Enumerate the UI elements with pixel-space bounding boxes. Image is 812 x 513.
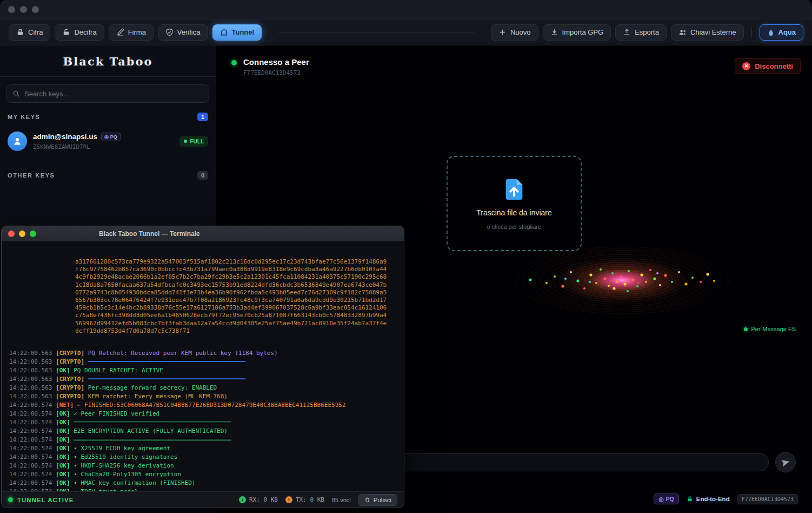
tx-metric: ↑TX: 0 KB bbox=[285, 496, 324, 503]
decrypt-label: Decifra bbox=[74, 28, 96, 36]
terminal-title: Black Taboo Tunnel — Terminale bbox=[99, 230, 200, 238]
decrypt-button[interactable]: Decifra bbox=[55, 24, 104, 41]
sign-label: Firma bbox=[128, 28, 146, 36]
users-icon bbox=[678, 28, 687, 36]
terminal-line: 14:22:00.574 [NET] ← FINISHED:53C06068A4… bbox=[9, 401, 404, 410]
terminal-line: 14:22:00.563 [CRYPTO] PQ Ratchet: Receiv… bbox=[9, 349, 404, 358]
disconnect-label: Disconnetti bbox=[755, 62, 793, 70]
file-dropzone[interactable]: Trascina file da inviare o clicca per sf… bbox=[447, 156, 582, 251]
window-minimize-button[interactable] bbox=[20, 6, 27, 13]
log-lines: 14:22:00.563 [CRYPTO] PQ Ratchet: Receiv… bbox=[9, 349, 404, 491]
search-box[interactable] bbox=[6, 84, 209, 103]
window-close-button[interactable] bbox=[8, 6, 15, 13]
search-icon bbox=[12, 90, 20, 97]
external-keys-button[interactable]: Chiavi Esterne bbox=[671, 24, 744, 41]
disconnect-button[interactable]: ✕ Disconnetti bbox=[735, 58, 801, 74]
active-dot-icon bbox=[8, 497, 13, 502]
terminal-line: 14:22:00.574 [OK] • Ed25519 identity sig… bbox=[9, 453, 404, 462]
terminal-line: 14:22:00.574 [OK] ✓ Peer FINISHED verifi… bbox=[9, 410, 404, 418]
search-input[interactable] bbox=[24, 90, 203, 98]
terminal-line: 14:22:00.574 [OK] ══════════════════════… bbox=[9, 418, 404, 427]
tunnel-tab-button[interactable]: Tunnel bbox=[212, 24, 262, 41]
sign-button[interactable]: Firma bbox=[109, 24, 154, 41]
close-circle-icon: ✕ bbox=[742, 62, 750, 70]
terminal-output[interactable]: a317601280c573ca779e9322a547003f515af180… bbox=[2, 241, 404, 491]
pq-ring-icon: ◎ bbox=[104, 134, 109, 140]
send-plane-icon bbox=[780, 457, 791, 468]
terminal-line: 14:22:00.574 [OK] ══════════════════════… bbox=[9, 436, 404, 444]
terminal-line: 0772a9743c8b054930bdca85ddd741f3e73b4ea3… bbox=[9, 289, 404, 297]
terminal-line: 14:22:00.563 [CRYPTO] ━━━━━━━━━━━━━━━━━━… bbox=[9, 375, 404, 384]
terminal-line: 14:22:00.574 [OK] • HKDF-SHA256 key deri… bbox=[9, 462, 404, 470]
terminal-line: f76c97758462b857ca3690c0bbccfc43b731a799… bbox=[9, 266, 404, 273]
terminal-line: 569962d99412efd5b083cbc7bf3fab3daa12a7a5… bbox=[9, 320, 404, 327]
unlock-icon bbox=[62, 28, 70, 36]
signature-icon bbox=[116, 28, 124, 36]
trust-badge: FULL bbox=[179, 136, 208, 147]
encrypt-button[interactable]: Cifra bbox=[9, 24, 50, 41]
connected-dot-icon bbox=[231, 60, 237, 65]
tunnel-icon bbox=[220, 28, 228, 36]
terminal-minimize-button[interactable] bbox=[19, 231, 25, 237]
theme-aqua-button[interactable]: Aqua bbox=[760, 24, 804, 41]
toolbar-separator bbox=[751, 27, 752, 38]
encrypt-label: Cifra bbox=[28, 28, 43, 36]
trash-icon bbox=[364, 497, 370, 503]
terminal-line: dcff19dd8753d4f7d0a78d7c5c738f71 bbox=[9, 327, 404, 335]
verify-label: Verifica bbox=[177, 28, 201, 36]
terminal-window[interactable]: Black Taboo Tunnel — Terminale a31760128… bbox=[1, 226, 404, 508]
entry-count: 85 voci bbox=[332, 497, 351, 503]
my-keys-count-badge: 1 bbox=[197, 113, 208, 121]
fs-dot-icon bbox=[744, 327, 748, 331]
lock-icon bbox=[16, 28, 24, 36]
terminal-footer: TUNNEL ACTIVE ↓RX: 0 KB ↑TX: 0 KB 85 voc… bbox=[2, 491, 404, 508]
peer-status: Connesso a Peer F77EED0AC13D4573 bbox=[231, 57, 309, 76]
rx-metric: ↓RX: 0 KB bbox=[239, 496, 278, 503]
terminal-line: 14:22:00.563 [CRYPTO] ━━━━━━━━━━━━━━━━━━… bbox=[9, 358, 404, 366]
tunnel-visualization bbox=[406, 245, 812, 315]
export-button[interactable]: Esporta bbox=[615, 24, 667, 41]
import-gpg-button[interactable]: Importa GPG bbox=[543, 24, 611, 41]
terminal-titlebar[interactable]: Black Taboo Tunnel — Terminale bbox=[2, 226, 404, 241]
pq-status-badge: ◎PQ bbox=[654, 494, 678, 504]
terminal-line: a317601280c573ca779e9322a547003f515af180… bbox=[9, 258, 404, 266]
key-info: admin@sinapsi.us ◎PQ ZSKNWE8ZAWUID7RL bbox=[33, 133, 174, 150]
send-button[interactable] bbox=[775, 452, 796, 472]
peer-status-label: Connesso a Peer bbox=[243, 57, 309, 67]
app-title: Black Taboo bbox=[0, 45, 216, 77]
terminal-close-button[interactable] bbox=[8, 231, 15, 237]
new-key-label: Nuovo bbox=[510, 28, 531, 36]
per-message-fs-indicator: Per-Message FS bbox=[744, 326, 796, 332]
terminal-line: 14:22:00.574 [OK] • X25519 ECDH key agre… bbox=[9, 444, 404, 453]
avatar bbox=[8, 131, 27, 151]
key-fingerprint: ZSKNWE8ZAWUID7RL bbox=[33, 143, 174, 150]
trust-dot-icon bbox=[184, 140, 187, 143]
clear-log-button[interactable]: Pulisci bbox=[358, 494, 397, 506]
dropzone-title: Trascina file da inviare bbox=[476, 208, 552, 217]
new-key-button[interactable]: Nuovo bbox=[491, 24, 538, 41]
terminal-line: 6567b303cc78e06476424f7e931eec47b7f08a21… bbox=[9, 297, 404, 304]
my-keys-label: MY KEYS bbox=[8, 114, 41, 120]
key-list-item[interactable]: admin@sinapsi.us ◎PQ ZSKNWE8ZAWUID7RL FU… bbox=[0, 126, 216, 157]
terminal-line: 14:22:00.574 [OK] • ChaCha20-Poly1305 en… bbox=[9, 470, 404, 479]
file-upload-icon bbox=[502, 177, 527, 202]
droplet-icon bbox=[767, 29, 775, 36]
terminal-zoom-button[interactable] bbox=[30, 231, 36, 237]
other-keys-section-header: OTHER KEYS 0 bbox=[0, 171, 216, 180]
pq-badge: ◎PQ bbox=[101, 133, 121, 141]
status-bar: ◎PQ End-to-End F77EED0AC13D4573 bbox=[654, 494, 798, 504]
lock-icon bbox=[687, 496, 693, 502]
upload-arrow-icon: ↑ bbox=[285, 496, 292, 503]
peer-id-badge: F77EED0AC13D4573 bbox=[737, 494, 798, 504]
terminal-line: 14:22:00.563 [CRYPTO] KEM ratchet: Every… bbox=[9, 392, 404, 401]
window-zoom-button[interactable] bbox=[32, 6, 39, 13]
other-keys-count-badge: 0 bbox=[197, 171, 208, 180]
person-icon bbox=[12, 136, 22, 146]
peer-id: F77EED0AC13D4573 bbox=[243, 69, 309, 76]
verify-button[interactable]: Verifica bbox=[158, 24, 208, 41]
import-gpg-label: Importa GPG bbox=[562, 28, 604, 36]
key-name: admin@sinapsi.us bbox=[33, 133, 97, 141]
tunnel-active-indicator: TUNNEL ACTIVE bbox=[8, 497, 74, 503]
theme-aqua-label: Aqua bbox=[778, 28, 796, 36]
my-keys-section-header: MY KEYS 1 bbox=[0, 113, 216, 121]
